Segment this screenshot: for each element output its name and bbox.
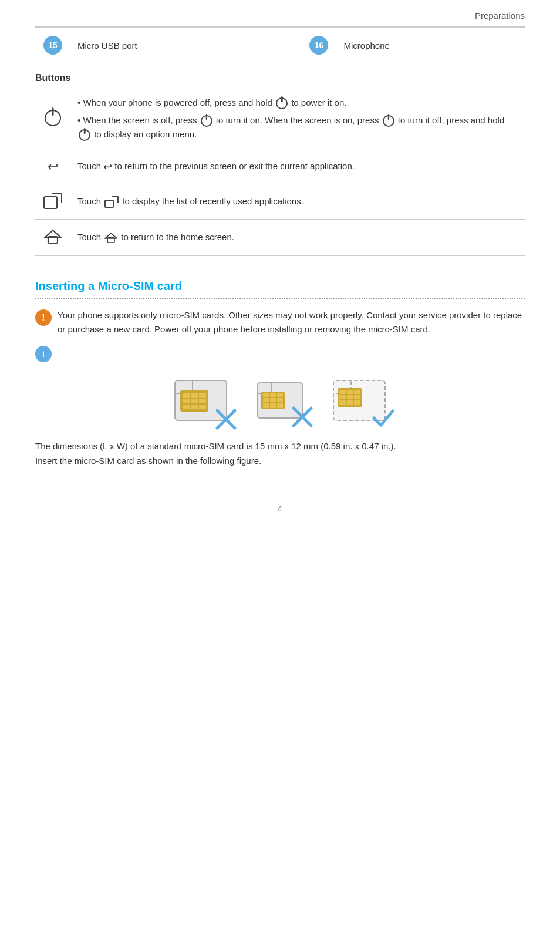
sim-card-3	[333, 380, 386, 421]
table-row: • When your phone is powered off, press …	[35, 87, 525, 150]
table-row: 15 Micro USB port 16 Microphone	[35, 28, 525, 63]
warning-icon: !	[35, 309, 52, 326]
power-icon-inline-2	[201, 115, 212, 127]
power-button-icon-cell	[35, 87, 70, 150]
dim-line-2: Insert the micro-SIM card as shown in th…	[35, 453, 525, 469]
port-badge-16: 16	[301, 28, 336, 63]
warning-block: ! Your phone supports only micro-SIM car…	[35, 308, 525, 336]
back-arrow-icon: ↩	[48, 159, 58, 174]
port-label-16: Microphone	[336, 28, 525, 63]
sim-card-2	[257, 382, 303, 419]
recent-icon	[43, 193, 62, 209]
recent-button-icon-cell	[35, 184, 70, 219]
page-title: Preparations	[475, 11, 525, 21]
port-table: 15 Micro USB port 16 Microphone	[35, 27, 525, 63]
table-row: Touch to display the list of recently us…	[35, 184, 525, 219]
dimensions-text: The dimensions (L x W) of a standard mic…	[35, 439, 525, 469]
section-divider	[35, 298, 525, 299]
table-row: ↩ Touch ↩ to return to the previous scre…	[35, 150, 525, 184]
back-button-desc: Touch ↩ to return to the previous screen…	[70, 150, 525, 184]
buttons-table: • When your phone is powered off, press …	[35, 87, 525, 256]
info-icon: i	[35, 346, 52, 362]
port-label-15: Micro USB port	[70, 28, 301, 63]
back-button-icon-cell: ↩	[35, 150, 70, 184]
home-button-desc: Touch to return to the home screen.	[70, 219, 525, 255]
page-number: 4	[35, 504, 525, 513]
port-badge-15: 15	[35, 28, 70, 63]
buttons-heading: Buttons	[35, 63, 525, 87]
x-mark-2	[291, 405, 314, 430]
power-icon-inline-3	[383, 115, 394, 127]
sim-card-1	[174, 380, 227, 421]
sim-chip-1	[180, 390, 208, 412]
sim-images	[35, 380, 525, 421]
recent-button-desc: Touch to display the list of recently us…	[70, 184, 525, 219]
recent-icon-inline	[104, 196, 119, 208]
power-icon-inline-4	[79, 129, 90, 141]
home-icon	[44, 228, 62, 245]
micro-sim-title: Inserting a Micro-SIM card	[35, 280, 525, 293]
x-mark-1	[214, 408, 238, 433]
dim-line-1: The dimensions (L x W) of a standard mic…	[35, 439, 525, 454]
back-icon-inline: ↩	[103, 161, 112, 173]
home-icon-inline	[104, 231, 117, 244]
warning-text: Your phone supports only micro-SIM cards…	[58, 308, 525, 336]
check-mark	[370, 405, 396, 433]
power-button-desc: • When your phone is powered off, press …	[70, 87, 525, 150]
power-icon	[45, 110, 61, 126]
power-icon-inline-1	[276, 97, 288, 109]
table-row: Touch to return to the home screen.	[35, 219, 525, 255]
home-button-icon-cell	[35, 219, 70, 255]
page-header: Preparations	[35, 0, 525, 27]
